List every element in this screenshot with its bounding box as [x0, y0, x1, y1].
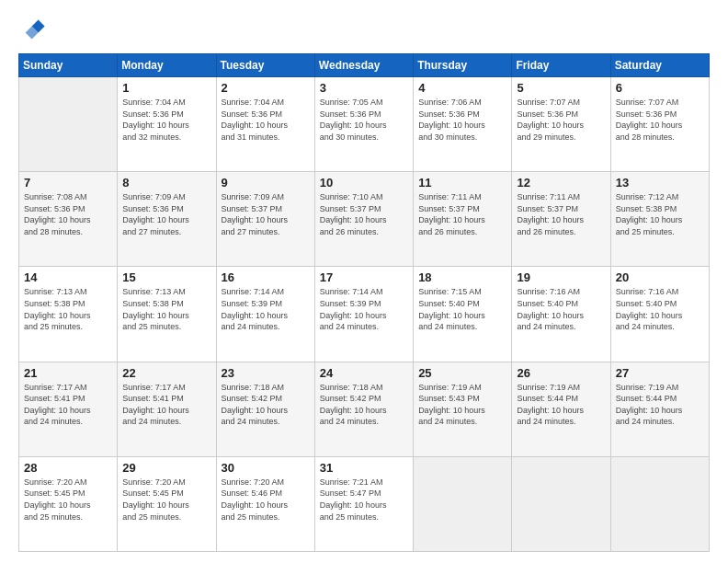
- calendar-cell: 11Sunrise: 7:11 AM Sunset: 5:37 PM Dayli…: [414, 172, 512, 267]
- calendar-cell: 29Sunrise: 7:20 AM Sunset: 5:45 PM Dayli…: [118, 456, 216, 551]
- calendar-day-header: Friday: [512, 54, 610, 77]
- calendar-day-header: Tuesday: [216, 54, 314, 77]
- logo-icon: [20, 15, 46, 40]
- day-info: Sunrise: 7:05 AM Sunset: 5:36 PM Dayligh…: [320, 97, 408, 143]
- day-info: Sunrise: 7:17 AM Sunset: 5:41 PM Dayligh…: [122, 382, 210, 428]
- calendar-cell: 24Sunrise: 7:18 AM Sunset: 5:42 PM Dayli…: [314, 362, 413, 456]
- calendar-day-header: Thursday: [414, 54, 512, 77]
- day-number: 25: [418, 366, 506, 380]
- day-number: 18: [418, 270, 506, 284]
- calendar-day-header: Monday: [118, 54, 216, 77]
- day-info: Sunrise: 7:20 AM Sunset: 5:45 PM Dayligh…: [122, 477, 210, 523]
- calendar-day-header: Sunday: [19, 54, 118, 77]
- calendar-cell: 2Sunrise: 7:04 AM Sunset: 5:36 PM Daylig…: [216, 77, 314, 172]
- day-number: 28: [24, 461, 112, 475]
- day-info: Sunrise: 7:06 AM Sunset: 5:36 PM Dayligh…: [418, 97, 506, 143]
- calendar-week-row: 7Sunrise: 7:08 AM Sunset: 5:36 PM Daylig…: [19, 172, 710, 267]
- calendar-cell: 4Sunrise: 7:06 AM Sunset: 5:36 PM Daylig…: [414, 77, 512, 172]
- day-info: Sunrise: 7:11 AM Sunset: 5:37 PM Dayligh…: [517, 191, 605, 237]
- calendar-table: SundayMondayTuesdayWednesdayThursdayFrid…: [18, 53, 710, 552]
- day-info: Sunrise: 7:18 AM Sunset: 5:42 PM Dayligh…: [320, 382, 408, 428]
- calendar-cell: 10Sunrise: 7:10 AM Sunset: 5:37 PM Dayli…: [314, 172, 413, 267]
- calendar-week-row: 21Sunrise: 7:17 AM Sunset: 5:41 PM Dayli…: [19, 362, 710, 456]
- day-info: Sunrise: 7:09 AM Sunset: 5:36 PM Dayligh…: [122, 191, 210, 237]
- calendar-cell: 18Sunrise: 7:15 AM Sunset: 5:40 PM Dayli…: [414, 267, 512, 362]
- calendar-cell: [512, 456, 610, 551]
- calendar-cell: 3Sunrise: 7:05 AM Sunset: 5:36 PM Daylig…: [314, 77, 413, 172]
- day-number: 29: [122, 461, 210, 475]
- day-number: 31: [320, 461, 408, 475]
- day-info: Sunrise: 7:15 AM Sunset: 5:40 PM Dayligh…: [418, 286, 506, 332]
- day-number: 20: [616, 270, 704, 284]
- calendar-cell: 19Sunrise: 7:16 AM Sunset: 5:40 PM Dayli…: [512, 267, 610, 362]
- calendar-cell: 27Sunrise: 7:19 AM Sunset: 5:44 PM Dayli…: [610, 362, 709, 456]
- calendar-cell: 23Sunrise: 7:18 AM Sunset: 5:42 PM Dayli…: [216, 362, 314, 456]
- day-info: Sunrise: 7:10 AM Sunset: 5:37 PM Dayligh…: [320, 191, 408, 237]
- calendar-cell: 1Sunrise: 7:04 AM Sunset: 5:36 PM Daylig…: [118, 77, 216, 172]
- day-number: 15: [122, 270, 210, 284]
- day-number: 22: [122, 366, 210, 380]
- day-number: 13: [616, 176, 704, 190]
- calendar-cell: 6Sunrise: 7:07 AM Sunset: 5:36 PM Daylig…: [610, 77, 709, 172]
- calendar-cell: 20Sunrise: 7:16 AM Sunset: 5:40 PM Dayli…: [610, 267, 709, 362]
- day-info: Sunrise: 7:04 AM Sunset: 5:36 PM Dayligh…: [222, 97, 310, 143]
- calendar-cell: [610, 456, 709, 551]
- day-info: Sunrise: 7:11 AM Sunset: 5:37 PM Dayligh…: [418, 191, 506, 237]
- page: SundayMondayTuesdayWednesdayThursdayFrid…: [0, 0, 728, 563]
- day-info: Sunrise: 7:18 AM Sunset: 5:42 PM Dayligh…: [222, 382, 310, 428]
- day-number: 17: [320, 270, 408, 284]
- day-number: 19: [517, 270, 605, 284]
- calendar-cell: 21Sunrise: 7:17 AM Sunset: 5:41 PM Dayli…: [19, 362, 118, 456]
- calendar-cell: 12Sunrise: 7:11 AM Sunset: 5:37 PM Dayli…: [512, 172, 610, 267]
- day-info: Sunrise: 7:09 AM Sunset: 5:37 PM Dayligh…: [222, 191, 310, 237]
- calendar-cell: 22Sunrise: 7:17 AM Sunset: 5:41 PM Dayli…: [118, 362, 216, 456]
- day-info: Sunrise: 7:19 AM Sunset: 5:43 PM Dayligh…: [418, 382, 506, 428]
- calendar-cell: 17Sunrise: 7:14 AM Sunset: 5:39 PM Dayli…: [314, 267, 413, 362]
- day-number: 8: [122, 176, 210, 190]
- calendar-cell: 8Sunrise: 7:09 AM Sunset: 5:36 PM Daylig…: [118, 172, 216, 267]
- day-info: Sunrise: 7:17 AM Sunset: 5:41 PM Dayligh…: [24, 382, 112, 428]
- day-number: 26: [517, 366, 605, 380]
- day-info: Sunrise: 7:07 AM Sunset: 5:36 PM Dayligh…: [517, 97, 605, 143]
- day-number: 5: [517, 81, 605, 95]
- day-info: Sunrise: 7:14 AM Sunset: 5:39 PM Dayligh…: [320, 286, 408, 332]
- day-info: Sunrise: 7:04 AM Sunset: 5:36 PM Dayligh…: [122, 97, 210, 143]
- calendar-cell: [414, 456, 512, 551]
- day-number: 10: [320, 176, 408, 190]
- day-number: 11: [418, 176, 506, 190]
- calendar-cell: 7Sunrise: 7:08 AM Sunset: 5:36 PM Daylig…: [19, 172, 118, 267]
- calendar-cell: 9Sunrise: 7:09 AM Sunset: 5:37 PM Daylig…: [216, 172, 314, 267]
- day-info: Sunrise: 7:14 AM Sunset: 5:39 PM Dayligh…: [222, 286, 310, 332]
- logo: [18, 15, 50, 44]
- calendar-week-row: 28Sunrise: 7:20 AM Sunset: 5:45 PM Dayli…: [19, 456, 710, 551]
- day-info: Sunrise: 7:07 AM Sunset: 5:36 PM Dayligh…: [616, 97, 704, 143]
- day-info: Sunrise: 7:21 AM Sunset: 5:47 PM Dayligh…: [320, 477, 408, 523]
- day-number: 12: [517, 176, 605, 190]
- day-number: 16: [222, 270, 310, 284]
- calendar-cell: 5Sunrise: 7:07 AM Sunset: 5:36 PM Daylig…: [512, 77, 610, 172]
- calendar-cell: 26Sunrise: 7:19 AM Sunset: 5:44 PM Dayli…: [512, 362, 610, 456]
- day-number: 21: [24, 366, 112, 380]
- calendar-week-row: 1Sunrise: 7:04 AM Sunset: 5:36 PM Daylig…: [19, 77, 710, 172]
- calendar-day-header: Saturday: [610, 54, 709, 77]
- calendar-cell: 25Sunrise: 7:19 AM Sunset: 5:43 PM Dayli…: [414, 362, 512, 456]
- day-number: 2: [222, 81, 310, 95]
- day-number: 14: [24, 270, 112, 284]
- day-number: 30: [222, 461, 310, 475]
- calendar-header-row: SundayMondayTuesdayWednesdayThursdayFrid…: [19, 54, 710, 77]
- day-info: Sunrise: 7:19 AM Sunset: 5:44 PM Dayligh…: [616, 382, 704, 428]
- day-number: 24: [320, 366, 408, 380]
- day-number: 3: [320, 81, 408, 95]
- header: [18, 15, 710, 44]
- calendar-week-row: 14Sunrise: 7:13 AM Sunset: 5:38 PM Dayli…: [19, 267, 710, 362]
- calendar-cell: 13Sunrise: 7:12 AM Sunset: 5:38 PM Dayli…: [610, 172, 709, 267]
- day-info: Sunrise: 7:20 AM Sunset: 5:45 PM Dayligh…: [24, 477, 112, 523]
- day-info: Sunrise: 7:13 AM Sunset: 5:38 PM Dayligh…: [122, 286, 210, 332]
- day-number: 23: [222, 366, 310, 380]
- calendar-cell: [19, 77, 118, 172]
- calendar-cell: 15Sunrise: 7:13 AM Sunset: 5:38 PM Dayli…: [118, 267, 216, 362]
- day-info: Sunrise: 7:20 AM Sunset: 5:46 PM Dayligh…: [222, 477, 310, 523]
- day-number: 6: [616, 81, 704, 95]
- day-info: Sunrise: 7:16 AM Sunset: 5:40 PM Dayligh…: [517, 286, 605, 332]
- calendar-cell: 30Sunrise: 7:20 AM Sunset: 5:46 PM Dayli…: [216, 456, 314, 551]
